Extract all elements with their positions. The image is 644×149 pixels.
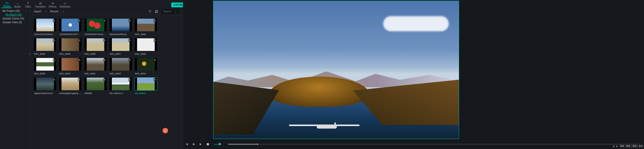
tab-label: Elements <box>60 5 70 8</box>
media-thumbnail[interactable]: ⊞ <box>84 19 107 31</box>
media-thumbnail[interactable]: ⊞ <box>34 19 56 31</box>
browser-toolbar: Import ▾ Record ▾ ⌕ <box>30 8 183 15</box>
add-to-timeline-icon[interactable]: ⊞ <box>78 58 81 62</box>
scrub-bar[interactable]: ▾ <box>228 144 639 145</box>
add-to-timeline-icon[interactable]: ⊞ <box>78 39 81 42</box>
volume-slider[interactable] <box>213 144 221 145</box>
media-thumbnail[interactable]: ⊞ <box>34 78 56 90</box>
media-thumbnail[interactable]: ⊞ <box>110 78 132 90</box>
add-to-timeline-icon[interactable]: ⊞ <box>128 19 131 22</box>
grid-view-icon[interactable] <box>155 10 158 13</box>
media-thumbnail[interactable]: ⊞ <box>59 58 81 71</box>
tab-elements[interactable]: ◇ Elements <box>58 0 72 8</box>
prev-frame-button[interactable] <box>185 142 188 146</box>
media-body: My Project (20) ⌄ My Album (20) Sample C… <box>0 8 183 149</box>
shapes-icon: ◇ <box>64 2 66 5</box>
search-input[interactable] <box>163 10 175 13</box>
media-thumbnail[interactable]: ⊞ <box>110 58 132 71</box>
add-to-timeline-icon[interactable]: ⊞ <box>153 39 156 42</box>
media-label: Wildlife <box>84 90 107 95</box>
media-label: IMG_6604 <box>135 71 157 75</box>
left-panel: 🗀 Media ♪ Audio T Titles ⇄ Transition ✦ … <box>0 0 183 149</box>
video-preview[interactable] <box>213 1 459 139</box>
media-label: JapanSeaDrone3 <box>34 90 56 95</box>
tab-label: Media <box>3 5 10 8</box>
add-to-timeline-icon[interactable]: ⊞ <box>78 19 81 22</box>
search-box[interactable]: ⌕ <box>162 9 179 14</box>
add-to-timeline-icon[interactable]: ⊞ <box>153 58 156 62</box>
chevron-down-icon[interactable]: ⌄ <box>25 9 27 12</box>
tab-label: Effects <box>49 5 56 8</box>
add-to-timeline-icon[interactable]: ⊞ <box>103 19 106 22</box>
sidebar-item-sample-video[interactable]: Sample Video (9) <box>0 20 30 24</box>
add-to-timeline-icon[interactable]: ⊞ <box>128 78 131 81</box>
media-thumbnail[interactable]: ⊞ <box>59 38 81 51</box>
add-to-timeline-icon[interactable]: ⊞ <box>103 78 106 81</box>
filter-icon[interactable] <box>148 10 151 13</box>
media-thumbnail[interactable]: ⊞ <box>135 58 157 71</box>
add-to-timeline-icon[interactable]: ⊞ <box>103 39 106 42</box>
media-label: My Video1 <box>135 90 157 95</box>
next-frame-button[interactable] <box>199 142 203 146</box>
step-back-button[interactable]: ◂ <box>613 144 614 148</box>
add-to-timeline-icon[interactable]: ⊞ <box>53 19 56 22</box>
sidebar-item-my-album[interactable]: My Album (20) <box>0 13 30 17</box>
tab-label: Audio <box>14 5 21 8</box>
music-note-icon: ♪ <box>17 2 18 5</box>
media-thumbnail[interactable]: ⊞ <box>110 38 132 51</box>
tab-media[interactable]: 🗀 Media <box>2 0 12 8</box>
media-thumbnail[interactable]: ⊞ <box>84 58 107 71</box>
add-to-timeline-icon[interactable]: ⊞ <box>53 58 56 62</box>
media-label: IMG_6594 <box>34 51 56 55</box>
add-to-timeline-icon[interactable]: ⊞ <box>53 39 56 42</box>
step-forward-button[interactable]: ▸ <box>616 144 618 148</box>
media-thumbnail[interactable]: ⊞ <box>84 38 107 51</box>
preview-panel: ▾ ◂ ▸ 00:00:09:05 2 <box>183 0 644 149</box>
media-thumbnail[interactable]: ⊞ <box>84 78 107 90</box>
add-to-timeline-icon[interactable]: ⊞ <box>153 19 156 22</box>
tab-titles[interactable]: T Titles <box>23 0 33 8</box>
add-to-timeline-icon[interactable]: ⊞ <box>153 78 156 81</box>
media-grid: ⊞1526192412581494_large⊞1549960536133762… <box>30 15 183 149</box>
record-dropdown[interactable]: Record ▾ <box>50 10 64 13</box>
sidebar-item-sample-colors[interactable]: Sample Colors (15) <box>0 17 30 20</box>
add-to-timeline-icon[interactable]: ⊞ <box>53 78 56 81</box>
media-browser: Import ▾ Record ▾ ⌕ ⊞15 <box>30 8 183 149</box>
media-label: IMG_6598 <box>135 51 157 55</box>
collapse-sidebar-icon[interactable]: ◂ <box>29 52 30 55</box>
record-label: Record <box>50 10 58 13</box>
timecode-display: 00:00:09:05 <box>620 144 643 148</box>
tab-audio[interactable]: ♪ Audio <box>12 0 23 8</box>
import-dropdown[interactable]: Import ▾ <box>34 10 47 13</box>
callout-marker-1: 1 <box>163 128 168 133</box>
media-thumbnail[interactable]: ⊞ <box>135 38 157 51</box>
tab-transition[interactable]: ⇄ Transition <box>33 0 47 8</box>
media-label: webwxgetmsgimg (1) <box>59 90 81 95</box>
tab-effects[interactable]: ✦ Effects <box>47 0 58 8</box>
media-thumbnail[interactable]: ⊞ <box>59 78 81 90</box>
media-thumbnail[interactable]: ⊞ <box>135 19 157 31</box>
media-label: IMG_6595 <box>59 51 81 55</box>
media-label: 1549960536133762_thumb <box>59 31 81 36</box>
media-label: My Video1-2 <box>110 90 132 95</box>
add-to-timeline-icon[interactable]: ⊞ <box>128 58 131 62</box>
add-to-timeline-icon[interactable]: ⊞ <box>128 39 131 42</box>
stop-button[interactable] <box>206 142 210 146</box>
svg-rect-0 <box>155 10 156 11</box>
play-button[interactable] <box>192 142 196 146</box>
player-controls: ▾ <box>183 141 644 147</box>
media-thumbnail[interactable]: ⊞ <box>110 19 132 31</box>
project-sidebar: My Project (20) ⌄ My Album (20) Sample C… <box>0 8 30 149</box>
chevron-down-icon: ▾ <box>63 10 64 13</box>
media-thumbnail[interactable]: ⊞ <box>59 19 81 31</box>
media-thumbnail[interactable]: ⊞ <box>34 38 56 51</box>
playhead-icon[interactable]: ▾ <box>257 142 259 146</box>
media-thumbnail[interactable]: ⊞ <box>34 58 56 71</box>
media-label: IMG_6597 <box>110 51 132 55</box>
media-thumbnail[interactable]: ⊞ <box>135 78 157 90</box>
import-label: Import <box>34 10 41 13</box>
airplane-graphic <box>289 122 360 130</box>
svg-rect-1 <box>157 10 158 11</box>
add-to-timeline-icon[interactable]: ⊞ <box>103 58 106 62</box>
add-to-timeline-icon[interactable]: ⊞ <box>78 78 81 81</box>
